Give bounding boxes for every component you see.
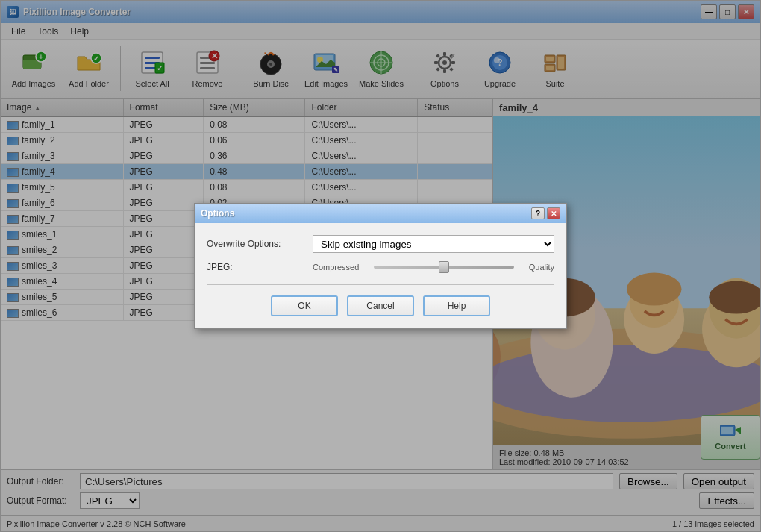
jpeg-slider-thumb[interactable] [439, 261, 449, 273]
main-window: 🖼 Pixillion Image Converter — □ ✕ File T… [0, 0, 761, 532]
modal-titlebar-buttons: ? ✕ [531, 207, 560, 219]
cancel-button[interactable]: Cancel [347, 295, 414, 316]
overwrite-row: Overwrite Options: Skip existing images … [207, 235, 554, 253]
jpeg-slider-row: JPEG: Compressed Quality [207, 262, 554, 272]
slider-right-label: Quality [529, 263, 554, 272]
modal-body: Overwrite Options: Skip existing images … [195, 223, 566, 328]
help-button[interactable]: Help [423, 295, 490, 316]
modal-overlay: Options ? ✕ Overwrite Options: Skip exis… [1, 1, 760, 531]
modal-close-button[interactable]: ✕ [547, 207, 560, 219]
options-dialog: Options ? ✕ Overwrite Options: Skip exis… [194, 203, 567, 329]
modal-title: Options [201, 208, 234, 219]
overwrite-select[interactable]: Skip existing images Overwrite existing … [313, 235, 554, 253]
modal-divider [207, 284, 554, 285]
modal-action-row: OK Cancel Help [207, 295, 554, 316]
ok-button[interactable]: OK [271, 295, 338, 316]
jpeg-slider-track [374, 266, 513, 269]
slider-left-label: Compressed [313, 263, 359, 272]
modal-help-button[interactable]: ? [531, 207, 545, 219]
modal-titlebar: Options ? ✕ [195, 204, 566, 223]
overwrite-label: Overwrite Options: [207, 239, 304, 249]
jpeg-label: JPEG: [207, 262, 304, 272]
